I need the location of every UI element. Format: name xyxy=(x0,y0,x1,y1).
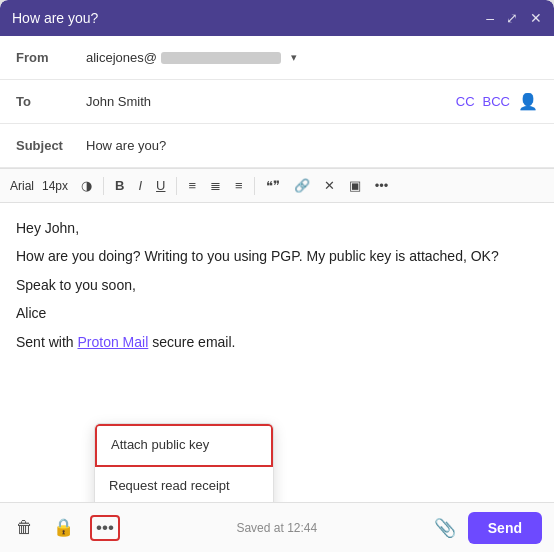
proton-mail-link[interactable]: Proton Mail xyxy=(77,334,148,350)
expand-button[interactable]: ⤢ xyxy=(506,10,518,26)
font-size-selector[interactable]: 14px xyxy=(42,179,68,193)
to-extras: CC BCC 👤 xyxy=(456,92,538,111)
body-line1: Hey John, xyxy=(16,217,538,239)
close-button[interactable]: ✕ xyxy=(530,10,542,26)
more-options-button[interactable]: ••• xyxy=(90,515,120,541)
bold-button[interactable]: B xyxy=(110,175,129,196)
compose-body[interactable]: Hey John, How are you doing? Writing to … xyxy=(0,203,554,502)
from-value[interactable]: alicejones@ ▾ xyxy=(86,50,297,65)
bcc-button[interactable]: BCC xyxy=(483,94,510,109)
from-label: From xyxy=(16,50,86,65)
to-row: To John Smith CC BCC 👤 xyxy=(0,80,554,124)
sent-with-prefix: Sent with xyxy=(16,334,77,350)
contrast-button[interactable]: ◑ xyxy=(76,175,97,196)
toolbar-separator-2 xyxy=(176,177,177,195)
clear-format-button[interactable]: ✕ xyxy=(319,175,340,196)
window-title: How are you? xyxy=(12,10,98,26)
cc-button[interactable]: CC xyxy=(456,94,475,109)
toolbar-separator-1 xyxy=(103,177,104,195)
from-email-prefix: alicejones@ xyxy=(86,50,157,65)
lock-button[interactable]: 🔒 xyxy=(49,513,78,542)
subject-value[interactable]: How are you? xyxy=(86,138,538,153)
quote-button[interactable]: ❝❞ xyxy=(261,175,285,196)
underline-button[interactable]: U xyxy=(151,175,170,196)
footer-right-actions: 📎 Send xyxy=(434,512,542,544)
footer-bar: 🗑 🔒 ••• Saved at 12:44 📎 Send xyxy=(0,502,554,552)
saved-text: Saved at 12:44 xyxy=(236,521,317,535)
font-family-selector[interactable]: Arial xyxy=(10,179,34,193)
formatting-toolbar: Arial 14px ◑ B I U ≡ ≣ ≡ ❝❞ 🔗 ✕ ▣ ••• xyxy=(0,169,554,203)
delete-draft-button[interactable]: 🗑 xyxy=(12,514,37,542)
sent-with-suffix: secure email. xyxy=(148,334,235,350)
from-row: From alicejones@ ▾ xyxy=(0,36,554,80)
body-line3: Speak to you soon, xyxy=(16,274,538,296)
body-line2: How are you doing? Writing to you using … xyxy=(16,245,538,267)
titlebar-controls: – ⤢ ✕ xyxy=(486,10,542,26)
ordered-list-button[interactable]: ≣ xyxy=(205,175,226,196)
from-dropdown-icon[interactable]: ▾ xyxy=(291,51,297,64)
options-popup-menu: Attach public key Request read receipt ⧗… xyxy=(94,423,274,502)
minimize-button[interactable]: – xyxy=(486,10,494,26)
request-read-receipt-item[interactable]: Request read receipt xyxy=(95,467,273,502)
request-read-receipt-label: Request read receipt xyxy=(109,476,230,497)
header-fields: From alicejones@ ▾ To John Smith CC BCC … xyxy=(0,36,554,169)
to-label: To xyxy=(16,94,86,109)
toolbar-more-button[interactable]: ••• xyxy=(370,175,394,196)
toolbar-separator-3 xyxy=(254,177,255,195)
from-email-blurred xyxy=(161,52,281,64)
image-button[interactable]: ▣ xyxy=(344,175,366,196)
body-line4: Alice xyxy=(16,302,538,324)
link-button[interactable]: 🔗 xyxy=(289,175,315,196)
italic-button[interactable]: I xyxy=(133,175,147,196)
body-line5: Sent with Proton Mail secure email. xyxy=(16,331,538,353)
more-options-icon: ••• xyxy=(96,518,114,538)
attach-public-key-item[interactable]: Attach public key xyxy=(95,424,273,467)
titlebar: How are you? – ⤢ ✕ xyxy=(0,0,554,36)
send-button[interactable]: Send xyxy=(468,512,542,544)
subject-row: Subject How are you? xyxy=(0,124,554,168)
add-contact-icon[interactable]: 👤 xyxy=(518,92,538,111)
attachment-button[interactable]: 📎 xyxy=(434,517,456,539)
compose-window: How are you? – ⤢ ✕ From alicejones@ ▾ To… xyxy=(0,0,554,552)
attach-public-key-label: Attach public key xyxy=(111,435,209,456)
footer-left-actions: 🗑 🔒 ••• xyxy=(12,513,120,542)
align-button[interactable]: ≡ xyxy=(230,175,248,196)
bullet-list-button[interactable]: ≡ xyxy=(183,175,201,196)
subject-label: Subject xyxy=(16,138,86,153)
footer-saved-status: Saved at 12:44 xyxy=(120,521,434,535)
to-value[interactable]: John Smith xyxy=(86,94,456,109)
